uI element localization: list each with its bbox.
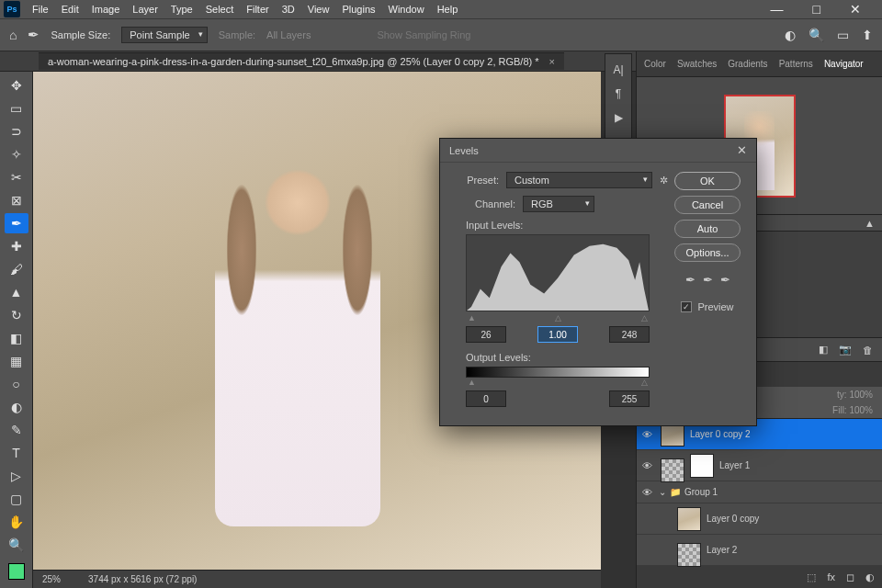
layer-name[interactable]: Layer 2 — [707, 545, 737, 555]
gray-eyedropper-icon[interactable]: ✒ — [703, 273, 713, 287]
histogram[interactable] — [466, 234, 650, 311]
menu-layer[interactable]: Layer — [126, 4, 164, 15]
layer-row[interactable]: 👁 Layer 1 — [637, 450, 882, 481]
dialog-close-icon[interactable]: ✕ — [737, 143, 747, 157]
workspace-icon[interactable]: ▭ — [837, 28, 849, 42]
brush-tool[interactable]: 🖌 — [5, 259, 28, 279]
preset-menu-icon[interactable]: ✲ — [660, 175, 668, 187]
sample-size-dropdown[interactable]: Point Sample — [121, 27, 207, 43]
document-tab[interactable]: a-woman-wearing-a-pink-dress-in-a-garden… — [39, 52, 564, 70]
history-brush-tool[interactable]: ↻ — [5, 305, 28, 325]
gradient-tool[interactable]: ▦ — [5, 351, 28, 371]
maximize-icon[interactable]: □ — [807, 2, 827, 17]
ok-button[interactable]: OK — [674, 172, 741, 190]
frame-tool[interactable]: ⊠ — [5, 190, 28, 210]
paragraph-panel-icon[interactable]: ¶ — [616, 87, 621, 100]
tab-gradients[interactable]: Gradients — [728, 59, 767, 69]
layer-name[interactable]: Layer 0 copy 2 — [690, 429, 751, 439]
visibility-icon[interactable]: 👁 — [642, 429, 655, 440]
layer-name[interactable]: Layer 0 copy — [707, 514, 759, 524]
output-white-field[interactable]: 255 — [609, 390, 650, 407]
menu-type[interactable]: Type — [164, 4, 199, 15]
options-button[interactable]: Options... — [674, 243, 741, 262]
marquee-tool[interactable]: ▭ — [5, 98, 28, 119]
menu-edit[interactable]: Edit — [55, 4, 85, 15]
share-icon[interactable]: ⬆ — [862, 28, 873, 42]
show-sampling-ring[interactable]: Show Sampling Ring — [377, 29, 470, 40]
visibility-icon[interactable]: 👁 — [642, 460, 655, 471]
cloud-icon[interactable]: ◐ — [785, 28, 796, 42]
layer-mask-thumbnail[interactable] — [690, 454, 714, 478]
trash-icon[interactable]: 🗑 — [863, 345, 873, 356]
character-panel-icon[interactable]: A| — [613, 63, 623, 76]
menu-image[interactable]: Image — [85, 4, 127, 15]
white-eyedropper-icon[interactable]: ✒ — [720, 273, 730, 287]
lasso-tool[interactable]: ⊃ — [5, 121, 28, 141]
path-tool[interactable]: ▷ — [5, 466, 28, 486]
layer-thumbnail[interactable] — [677, 543, 701, 567]
input-black-field[interactable]: 26 — [466, 326, 506, 343]
layer-row[interactable]: 👁 Layer 2 — [637, 535, 882, 566]
fx-icon[interactable]: fx — [827, 571, 835, 582]
input-white-field[interactable]: 248 — [609, 326, 650, 343]
healing-tool[interactable]: ✚ — [5, 236, 28, 256]
zoom-tool[interactable]: 🔍 — [5, 535, 28, 555]
menu-select[interactable]: Select — [199, 4, 241, 15]
dialog-titlebar[interactable]: Levels ✕ — [440, 139, 756, 163]
fill-value[interactable]: 100% — [849, 405, 873, 415]
group-toggle-icon[interactable]: ⌄ — [659, 487, 666, 497]
layer-thumbnail[interactable] — [661, 458, 684, 482]
menu-help[interactable]: Help — [431, 4, 465, 15]
eraser-tool[interactable]: ◧ — [5, 328, 28, 348]
menu-plugins[interactable]: Plugins — [335, 4, 381, 15]
input-gamma-field[interactable]: 1.00 — [537, 326, 578, 343]
layer-row[interactable]: 👁 Layer 0 copy — [637, 503, 882, 535]
pen-tool[interactable]: ✎ — [5, 420, 28, 440]
black-slider-icon[interactable]: ▲ — [468, 313, 476, 322]
home-icon[interactable]: ⌂ — [9, 28, 17, 42]
search-icon[interactable]: 🔍 — [808, 28, 824, 42]
channel-dropdown[interactable]: RGB — [523, 196, 594, 212]
out-white-slider-icon[interactable]: △ — [641, 378, 648, 387]
new-adjustment-icon[interactable]: ◧ — [819, 344, 828, 356]
hand-tool[interactable]: ✋ — [5, 512, 28, 532]
tab-color[interactable]: Color — [644, 59, 666, 69]
menu-3d[interactable]: 3D — [276, 4, 301, 15]
visibility-icon[interactable]: 👁 — [642, 487, 655, 498]
shape-tool[interactable]: ▢ — [5, 489, 28, 509]
tab-navigator[interactable]: Navigator — [824, 59, 864, 69]
close-icon[interactable]: ✕ — [843, 2, 867, 17]
out-black-slider-icon[interactable]: ▲ — [468, 378, 476, 387]
move-tool[interactable]: ✥ — [5, 75, 28, 96]
type-tool[interactable]: T — [5, 443, 28, 463]
camera-icon[interactable]: 📷 — [839, 344, 852, 356]
layer-group-row[interactable]: 👁 ⌄ 📁 Group 1 — [637, 481, 882, 503]
menu-window[interactable]: Window — [382, 4, 431, 15]
tab-swatches[interactable]: Swatches — [677, 59, 717, 69]
link-layers-icon[interactable]: ⬚ — [807, 571, 816, 583]
opacity-value[interactable]: 100% — [849, 390, 873, 400]
tab-patterns[interactable]: Patterns — [779, 59, 813, 69]
black-eyedropper-icon[interactable]: ✒ — [685, 273, 695, 287]
menu-filter[interactable]: Filter — [240, 4, 275, 15]
dodge-tool[interactable]: ◐ — [5, 397, 28, 417]
wand-tool[interactable]: ✧ — [5, 144, 28, 164]
tab-close-icon[interactable]: × — [549, 56, 555, 67]
menu-view[interactable]: View — [301, 4, 336, 15]
menu-file[interactable]: File — [26, 4, 55, 15]
auto-button[interactable]: Auto — [674, 220, 741, 238]
foreground-color[interactable] — [8, 563, 25, 580]
blur-tool[interactable]: ○ — [5, 374, 28, 394]
output-gradient[interactable] — [466, 367, 650, 378]
eyedropper-icon[interactable]: ✒ — [28, 27, 40, 43]
cancel-button[interactable]: Cancel — [674, 196, 741, 214]
layer-thumbnail[interactable] — [677, 507, 701, 531]
zoom-in-icon[interactable]: ▲ — [865, 218, 875, 229]
gamma-slider-icon[interactable]: △ — [555, 313, 561, 322]
adjustment-add-icon[interactable]: ◐ — [865, 571, 875, 583]
preset-dropdown[interactable]: Custom — [506, 172, 652, 188]
eyedropper-tool[interactable]: ✒ — [5, 213, 28, 233]
mask-add-icon[interactable]: ◻ — [846, 571, 854, 583]
preview-checkbox[interactable]: ✓ Preview — [681, 301, 733, 312]
layer-name[interactable]: Layer 1 — [719, 460, 750, 470]
